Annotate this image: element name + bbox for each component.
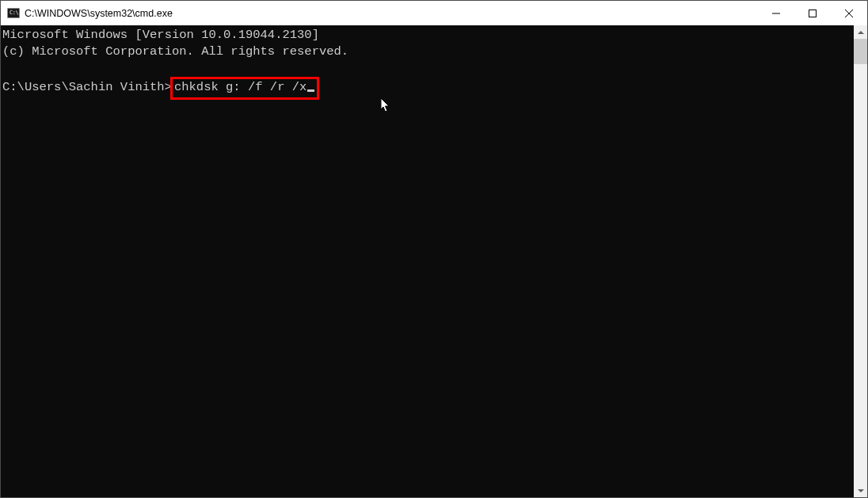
window-controls	[758, 1, 867, 25]
svg-rect-1	[809, 10, 817, 17]
titlebar[interactable]: C:\ C:\WINDOWS\system32\cmd.exe	[1, 1, 867, 25]
minimize-icon	[772, 10, 780, 17]
maximize-icon	[809, 10, 817, 17]
svg-marker-5	[858, 489, 864, 492]
version-line: Microsoft Windows [Version 10.0.19044.21…	[2, 28, 319, 42]
copyright-line: (c) Microsoft Corporation. All rights re…	[2, 44, 348, 59]
chevron-up-icon	[858, 31, 864, 34]
maximize-button[interactable]	[794, 1, 831, 25]
window-title: C:\WINDOWS\system32\cmd.exe	[25, 8, 173, 19]
cmd-icon: C:\	[7, 7, 20, 20]
text-cursor	[307, 89, 314, 92]
vertical-scrollbar[interactable]	[854, 25, 867, 497]
svg-marker-4	[858, 31, 864, 34]
terminal-area: Microsoft Windows [Version 10.0.19044.21…	[1, 25, 867, 497]
command-highlight: chkdsk g: /f /r /x	[170, 77, 319, 100]
scroll-track[interactable]	[854, 39, 867, 484]
chevron-down-icon	[858, 489, 864, 492]
scroll-thumb[interactable]	[854, 39, 867, 64]
scroll-down-button[interactable]	[854, 484, 867, 497]
close-icon	[845, 10, 853, 17]
prompt-path: C:\Users\Sachin Vinith>	[2, 80, 172, 94]
typed-command: chkdsk g: /f /r /x	[174, 80, 306, 94]
scroll-up-button[interactable]	[854, 25, 867, 39]
close-button[interactable]	[831, 1, 867, 25]
terminal[interactable]: Microsoft Windows [Version 10.0.19044.21…	[1, 25, 854, 497]
minimize-button[interactable]	[758, 1, 794, 25]
cmd-window: C:\ C:\WINDOWS\system32\cmd.exe	[0, 0, 868, 498]
